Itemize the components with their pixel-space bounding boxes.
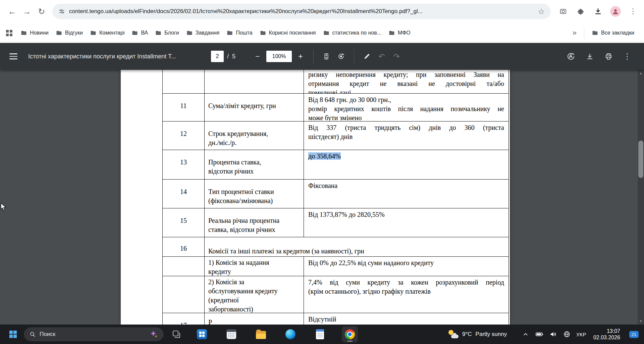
address-bar[interactable]: content.tengo.ua/uploads/elFinder/docs/2… xyxy=(52,4,551,19)
redo-icon[interactable]: ↷ xyxy=(389,49,404,64)
credit-terms-table: ризику неповернення кредиту; при заповне… xyxy=(162,70,509,325)
profile-avatar[interactable] xyxy=(608,4,623,18)
clock-widget[interactable]: 13:07 02.03.2026 xyxy=(593,328,620,341)
url-text[interactable]: content.tengo.ua/uploads/elFinder/docs/2… xyxy=(69,8,533,15)
bookmark-folder[interactable]: ВА xyxy=(128,28,152,38)
scroll-down-icon[interactable]: ▼ xyxy=(638,318,644,324)
undo-icon[interactable]: ↶ xyxy=(374,49,389,64)
cell-section-header: Комісії та інші платежі за кредитом (за … xyxy=(205,237,508,256)
bookmark-folder[interactable]: Коментарі xyxy=(87,28,128,38)
weather-temp: 9°C xyxy=(462,331,472,338)
weather-widget[interactable]: 9°C Partly sunny xyxy=(448,330,507,339)
site-settings-icon[interactable] xyxy=(58,8,65,15)
weather-desc: Partly sunny xyxy=(476,331,507,338)
camera-icon[interactable] xyxy=(556,4,570,18)
apps-grid-icon[interactable] xyxy=(6,30,12,36)
search-placeholder: Поиск xyxy=(40,331,55,338)
copilot-sparkle-icon[interactable] xyxy=(149,330,158,339)
print-icon[interactable] xyxy=(601,49,616,64)
table-row-16-header: 16 Комісії та інші платежі за кредитом (… xyxy=(163,237,508,257)
cell-number: 11 xyxy=(163,94,205,121)
taskbar-app-calculator[interactable] xyxy=(224,327,239,342)
cell-number: 16 xyxy=(163,237,205,256)
cell-value: Від 0% до 22,5% від суми наданого кредит… xyxy=(304,257,508,276)
cell-label: Строк кредитування, дн./міс./р. xyxy=(205,121,304,150)
folder-icon xyxy=(132,30,138,36)
bookmark-folder[interactable]: Блоги xyxy=(152,28,183,38)
total-pages: 5 xyxy=(232,53,235,60)
bookmark-folder[interactable]: статистика по нов... xyxy=(320,28,385,38)
table-row-17-partial: 17 Р Відсутній xyxy=(163,313,508,325)
downloads-icon[interactable] xyxy=(591,4,605,18)
pdf-menu-icon[interactable] xyxy=(9,53,17,59)
language-indicator[interactable]: УКР xyxy=(576,332,586,337)
cell-value: ризику неповернення кредиту; при заповне… xyxy=(304,70,508,93)
speaker-icon[interactable] xyxy=(549,330,557,339)
cell-value: Від 337 (триста тридцять сім) днів до 36… xyxy=(304,121,508,150)
cell-value: Відсутній xyxy=(304,313,508,325)
page-separator: / xyxy=(227,53,229,60)
folder-icon xyxy=(323,30,329,36)
taskbar-app-notepad[interactable] xyxy=(312,327,328,342)
cell-label: Сума/ліміт кредиту, грн xyxy=(205,94,304,121)
page-number-input[interactable]: 2 xyxy=(211,51,224,62)
table-row-12: 12 Строк кредитування, дн./міс./р. Від 3… xyxy=(163,121,508,150)
tray-expand-icon[interactable] xyxy=(521,330,530,339)
cell-number: 12 xyxy=(163,121,205,150)
taskbar-app-edge[interactable] xyxy=(283,327,298,342)
bookmark-folder[interactable]: МФО xyxy=(385,28,414,38)
forward-icon[interactable]: → xyxy=(19,4,34,19)
zoom-in-icon[interactable]: + xyxy=(293,49,308,64)
zoom-out-icon[interactable]: − xyxy=(250,49,265,64)
start-button[interactable] xyxy=(5,327,21,342)
reload-icon[interactable]: ↻ xyxy=(34,4,49,19)
taskbar-app-store[interactable] xyxy=(194,327,210,342)
notification-count-badge[interactable]: 21 xyxy=(629,331,639,338)
chrome-icon xyxy=(345,329,355,339)
browser-menu-icon[interactable]: ⋮ xyxy=(626,4,640,18)
network-globe-icon[interactable] xyxy=(562,330,571,339)
taskbar-search-input[interactable]: Поиск xyxy=(24,328,163,341)
cell-value: Фіксована xyxy=(304,180,508,208)
cell-value: 7,4% від суми кредиту за кожен розрахунк… xyxy=(304,276,508,313)
zoom-level-input[interactable]: 100% xyxy=(266,51,292,62)
rotate-icon[interactable] xyxy=(334,49,348,64)
taskbar-app-file-explorer[interactable] xyxy=(253,327,269,342)
pdf-scrollbar[interactable]: ▲ ▼ xyxy=(638,70,644,325)
task-view-button[interactable] xyxy=(169,327,184,342)
bookmark-folder[interactable]: Пошта xyxy=(223,28,256,38)
bookmark-star-icon[interactable]: ☆ xyxy=(538,7,545,16)
back-icon[interactable]: ← xyxy=(5,4,19,19)
bookmark-folder[interactable]: Відгуки xyxy=(52,28,87,38)
cell-label: 2) Комісія за обслуговування кредиту (кр… xyxy=(205,276,304,313)
translate-icon[interactable] xyxy=(564,49,578,64)
bookmark-folder[interactable]: Завдання xyxy=(183,28,223,38)
bookmark-folder[interactable]: Корисні посилання xyxy=(256,28,320,38)
bookmark-folder[interactable]: Новини xyxy=(17,28,52,38)
cell-label: Р xyxy=(205,313,304,325)
selected-text: до 358,64% xyxy=(308,152,341,160)
cell-value: до 358,64% xyxy=(304,150,508,179)
cell-number: 13 xyxy=(163,150,205,179)
table-row-11: 11 Сума/ліміт кредиту, грн Від 8 648 грн… xyxy=(163,94,508,121)
all-bookmarks-button[interactable]: Все закладки xyxy=(588,28,638,38)
battery-icon[interactable] xyxy=(535,330,544,339)
scrollbar-thumb[interactable] xyxy=(638,141,643,178)
bookmarks-overflow-icon[interactable]: » xyxy=(569,29,580,37)
date-text: 02.03.2026 xyxy=(593,334,620,341)
extensions-puzzle-icon[interactable] xyxy=(574,4,588,18)
taskbar-app-chrome-active[interactable] xyxy=(342,326,358,342)
folder-icon xyxy=(21,30,27,36)
table-row-16a: 1) Комісія за надання кредиту Від 0% до … xyxy=(163,257,508,276)
fit-page-icon[interactable] xyxy=(319,49,334,64)
annotate-pen-icon[interactable] xyxy=(360,49,374,64)
table-row-15: 15 Реальна річна процентна ставка, відсо… xyxy=(163,208,508,237)
pdf-toolbar: Істотні характеристики послуги кредит In… xyxy=(0,43,644,70)
scroll-up-icon[interactable]: ▲ xyxy=(638,70,644,76)
pdf-more-menu-icon[interactable]: ⋮ xyxy=(620,49,635,64)
cell-number: 14 xyxy=(163,180,205,208)
table-row-partial: ризику неповернення кредиту; при заповне… xyxy=(163,70,508,94)
time-text: 13:07 xyxy=(593,328,620,334)
download-icon[interactable] xyxy=(582,49,597,64)
windows-logo-icon xyxy=(9,331,17,338)
